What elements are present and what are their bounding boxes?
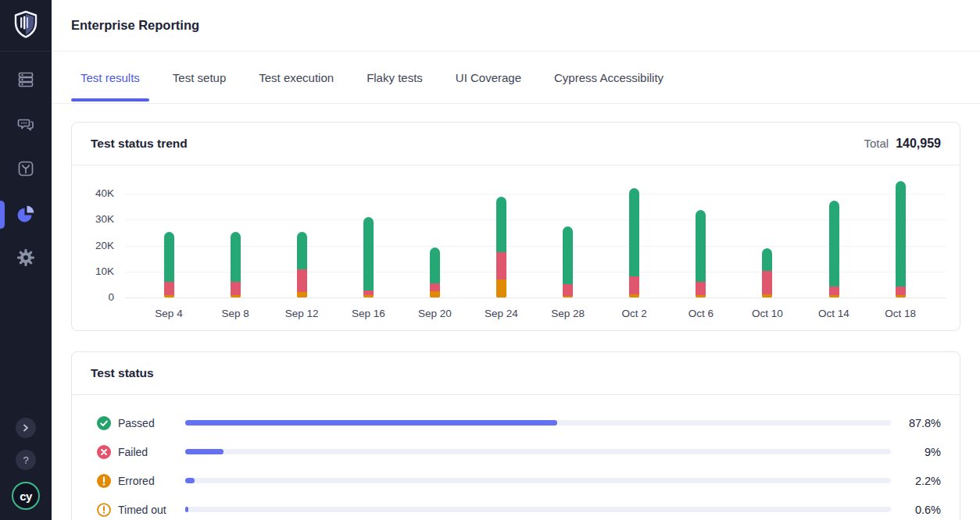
y-axis-tick: 40K: [72, 187, 114, 199]
status-row-failed: Failed9%: [97, 437, 941, 466]
segment-errored: [430, 291, 440, 297]
tab-bar: Test resultsTest setupTest executionFlak…: [52, 52, 980, 104]
gridline: [125, 194, 946, 194]
sidebar-bottom: ? cy: [0, 418, 52, 510]
shield-logo-icon: [13, 10, 38, 41]
stacked-bar-oct-18[interactable]: [896, 181, 906, 297]
stacked-bar-sep-4[interactable]: [164, 232, 174, 297]
segment-passed: [430, 248, 440, 283]
cypress-logo-button[interactable]: cy: [12, 482, 40, 510]
sidebar-item-discussions[interactable]: [0, 103, 52, 148]
sidebar-nav: [0, 52, 52, 281]
segment-passed: [829, 201, 839, 287]
status-row-timedout: Timed out0.6%: [97, 495, 941, 520]
status-progress-track: [185, 420, 891, 426]
help-button[interactable]: ?: [16, 450, 36, 470]
stacked-bar-sep-28[interactable]: [563, 226, 573, 297]
stacked-bar-sep-8[interactable]: [231, 232, 241, 297]
segment-errored: [297, 292, 307, 297]
timed-out-exclamation-icon: [97, 503, 111, 517]
segment-failed: [762, 271, 772, 294]
segment-failed: [297, 269, 307, 292]
stacked-bar-sep-20[interactable]: [430, 248, 440, 297]
segment-failed: [164, 282, 174, 294]
segment-passed: [762, 248, 772, 271]
x-axis-tick: Oct 14: [800, 308, 867, 319]
stacked-bar-sep-24[interactable]: [496, 197, 506, 297]
segment-passed: [164, 232, 174, 282]
content: Test status trend Total 140,959 010K20K3…: [52, 104, 980, 520]
sidebar-item-branches[interactable]: [0, 148, 52, 192]
gridline: [125, 297, 946, 298]
org-logo-button[interactable]: [0, 0, 52, 52]
chevron-right-icon: [22, 422, 30, 434]
x-axis-tick: Sep 20: [401, 308, 468, 319]
question-mark-icon: ?: [23, 454, 28, 466]
segment-errored: [563, 296, 573, 297]
gridline: [125, 246, 946, 247]
segment-passed: [629, 188, 639, 276]
x-axis-tick: Oct 10: [734, 308, 801, 319]
status-label: Passed: [118, 417, 185, 429]
sidebar-item-settings[interactable]: [0, 237, 52, 281]
tab-test-execution[interactable]: Test execution: [259, 52, 334, 104]
status-row-errored: Errored2.2%: [97, 466, 941, 495]
segment-errored: [231, 295, 241, 297]
tab-flaky-tests[interactable]: Flaky tests: [367, 52, 423, 104]
x-axis-tick: Sep 12: [268, 308, 335, 319]
segment-failed: [231, 282, 241, 295]
passed-check-icon: [97, 416, 111, 430]
segment-passed: [297, 232, 307, 270]
segment-errored: [896, 295, 906, 297]
sidebar-item-runs[interactable]: [0, 59, 52, 103]
segment-passed: [563, 226, 573, 284]
segment-errored: [629, 294, 639, 297]
stacked-bar-oct-2[interactable]: [629, 188, 639, 297]
cypress-logo-text: cy: [20, 490, 32, 503]
status-card-title: Test status: [91, 366, 154, 380]
stacked-bar-oct-10[interactable]: [762, 248, 772, 297]
tab-test-setup[interactable]: Test setup: [173, 52, 226, 104]
trend-total: Total 140,959: [864, 137, 941, 151]
tab-cypress-accessibility[interactable]: Cypress Accessibility: [554, 52, 663, 104]
sidebar-item-analytics[interactable]: [0, 192, 52, 237]
stacked-bar-sep-16[interactable]: [363, 217, 374, 297]
expand-sidebar-button[interactable]: [16, 418, 36, 438]
segment-passed: [496, 197, 506, 252]
status-progress-track: [185, 507, 891, 512]
x-axis-tick: Sep 28: [535, 308, 602, 319]
failed-x-icon: [97, 445, 111, 459]
x-axis-tick: Sep 4: [135, 308, 202, 319]
segment-passed: [896, 181, 906, 287]
top-header: Enterprise Reporting: [52, 0, 980, 52]
stacked-bar-sep-12[interactable]: [297, 232, 307, 297]
y-axis-tick: 0: [72, 291, 114, 303]
analytics-pie-icon: [16, 203, 36, 226]
trend-chart-area: 010K20K30K40KSep 4Sep 8Sep 12Sep 16Sep 2…: [72, 166, 960, 331]
x-axis-tick: Oct 18: [867, 308, 934, 319]
segment-failed: [563, 284, 573, 295]
gridline: [125, 219, 946, 220]
status-row-passed: Passed87.8%: [97, 408, 941, 437]
status-progress-track: [185, 478, 891, 483]
active-indicator: [0, 201, 5, 229]
segment-errored: [762, 294, 772, 297]
tab-ui-coverage[interactable]: UI Coverage: [456, 52, 521, 104]
stacked-bar-oct-6[interactable]: [696, 210, 706, 297]
trend-card-header: Test status trend Total 140,959: [72, 123, 960, 166]
tab-test-results[interactable]: Test results: [80, 52, 140, 104]
segment-failed: [696, 282, 706, 294]
status-progress-fill: [185, 420, 557, 426]
x-axis-tick: Sep 24: [468, 308, 535, 319]
y-axis-tick: 20K: [72, 240, 114, 251]
segment-failed: [430, 283, 440, 291]
segment-errored: [363, 295, 374, 297]
segment-errored: [696, 295, 706, 297]
status-percent: 0.6%: [891, 504, 941, 516]
x-axis-tick: Sep 16: [334, 308, 402, 319]
segment-passed: [696, 210, 706, 282]
stacked-bar-oct-14[interactable]: [829, 201, 839, 297]
status-rows: Passed87.8%Failed9%Errored2.2%Timed out0…: [72, 395, 960, 520]
test-status-card: Test status Passed87.8%Failed9%Errored2.…: [71, 351, 960, 520]
settings-gear-icon: [16, 248, 35, 270]
